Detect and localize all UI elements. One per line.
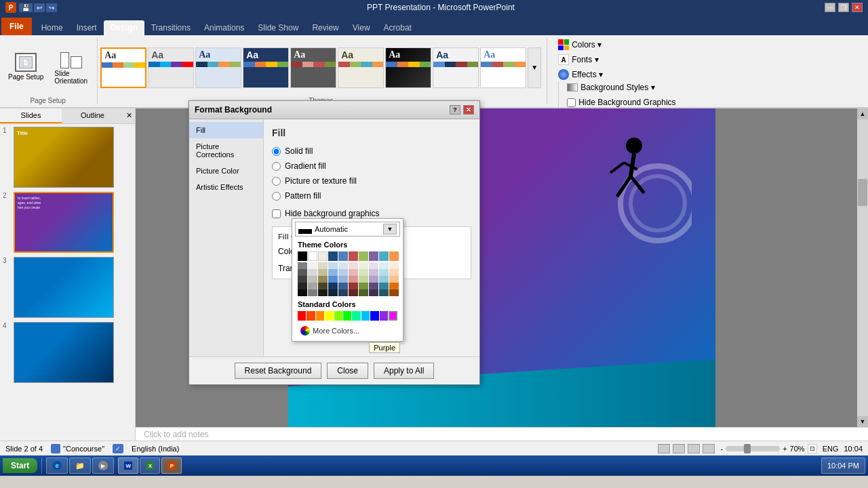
shade-teal5[interactable]	[379, 289, 389, 296]
theme-thumb-8[interactable]: Aa	[433, 47, 479, 88]
color-navy[interactable]	[328, 251, 338, 261]
close-btn[interactable]: ✕	[852, 3, 863, 12]
shade-gray2[interactable]	[298, 269, 307, 276]
taskbar-ie[interactable]: e	[46, 458, 68, 474]
zoom-out-btn[interactable]: -	[720, 445, 723, 453]
shade-blue6[interactable]	[338, 276, 348, 283]
theme-thumb-5[interactable]: Aa	[290, 47, 336, 88]
shade-purple3[interactable]	[369, 269, 378, 276]
color-black[interactable]	[298, 251, 307, 261]
theme-thumb-3[interactable]: Aa	[195, 47, 241, 88]
shade-red4[interactable]	[349, 283, 358, 289]
shade-gray1[interactable]	[298, 262, 307, 269]
color-white[interactable]	[308, 251, 317, 261]
shade-red1[interactable]	[349, 262, 358, 269]
shade-blue4[interactable]	[338, 269, 348, 276]
slide-item-1[interactable]: 1 Title	[3, 127, 132, 188]
page-setup-button[interactable]: 📄 Page Setup	[4, 50, 47, 83]
vertical-scrollbar[interactable]: ▲ ▼	[857, 108, 868, 427]
shade-teal2[interactable]	[379, 269, 389, 276]
color-teal[interactable]	[379, 251, 389, 261]
sidebar-fill[interactable]: Fill	[189, 122, 263, 138]
shade-orange5[interactable]	[389, 289, 399, 296]
themes-more-btn[interactable]: ▼	[528, 47, 541, 88]
solid-fill-radio[interactable]	[272, 147, 281, 156]
hide-background-checkbox[interactable]	[567, 98, 576, 107]
hide-background-graphics-button[interactable]: Hide Background Graphics	[564, 96, 678, 108]
shade-green3[interactable]	[359, 276, 368, 283]
std-orange-red[interactable]	[307, 311, 315, 321]
save-btn[interactable]: 💾	[19, 3, 33, 12]
std-magenta[interactable]	[389, 311, 397, 321]
quick-access[interactable]: 💾 ↩ ↪	[19, 3, 57, 12]
restore-btn[interactable]: ❐	[838, 3, 849, 12]
background-styles-button[interactable]: Background Styles ▾	[564, 81, 678, 94]
minimize-btn[interactable]: —	[825, 3, 835, 12]
zoom-slider[interactable]	[726, 446, 780, 451]
shade-gray5[interactable]	[308, 289, 317, 296]
slide-orientation-button[interactable]: SlideOrientation	[50, 47, 92, 87]
theme-thumb-7[interactable]: Aa	[385, 47, 431, 88]
tab-review[interactable]: Review	[305, 20, 345, 35]
shade-white3[interactable]	[308, 276, 317, 283]
zoom-thumb[interactable]	[744, 444, 751, 453]
theme-thumb-9[interactable]: Aa	[480, 47, 526, 88]
shade-cream5[interactable]	[318, 289, 328, 296]
outline-tab[interactable]: Outline	[62, 108, 123, 123]
taskbar-explorer[interactable]: 📁	[69, 458, 91, 474]
color-cream[interactable]	[318, 251, 328, 261]
reset-background-btn[interactable]: Reset Background	[235, 363, 322, 379]
std-spring-green[interactable]	[352, 311, 360, 321]
scroll-up-btn[interactable]: ▲	[857, 108, 868, 119]
sidebar-picture-color[interactable]: Picture Color	[189, 163, 263, 179]
shade-cream4[interactable]	[318, 283, 328, 289]
shade-white4[interactable]	[308, 283, 317, 289]
notes-area[interactable]: Click to add notes	[136, 427, 868, 441]
pattern-fill-radio[interactable]	[272, 192, 281, 201]
pattern-fill-option[interactable]: Pattern fill	[272, 191, 471, 201]
slide-thumb-3[interactable]	[14, 257, 114, 318]
std-orange[interactable]	[316, 311, 324, 321]
shade-cream3[interactable]	[318, 276, 328, 283]
shade-blue7[interactable]	[328, 283, 338, 289]
shade-white2[interactable]	[308, 269, 317, 276]
effects-button[interactable]: Effects ▾	[555, 68, 678, 81]
tab-insert[interactable]: Insert	[70, 20, 104, 35]
std-blue-violet[interactable]	[380, 311, 388, 321]
std-chartreuse[interactable]	[334, 311, 342, 321]
shade-orange3[interactable]	[389, 276, 399, 283]
dialog-close-btn[interactable]: ✕	[463, 105, 474, 115]
sidebar-artistic-effects[interactable]: Artistic Effects	[189, 179, 263, 195]
shade-blue1[interactable]	[328, 262, 338, 269]
tab-transitions[interactable]: Transitions	[144, 20, 197, 35]
scroll-down-btn[interactable]: ▼	[857, 416, 868, 427]
tab-acrobat[interactable]: Acrobat	[377, 20, 418, 35]
slide-thumb-2[interactable]: to insert tables, ages, and other hen yo…	[14, 192, 114, 253]
solid-fill-option[interactable]: Solid fill	[272, 146, 471, 156]
shade-red5[interactable]	[349, 289, 358, 296]
slide-item-3[interactable]: 3	[3, 257, 132, 318]
fit-slide-btn[interactable]: ⊡	[808, 444, 817, 453]
color-blue[interactable]	[338, 251, 348, 261]
colors-button[interactable]: Colors ▾	[555, 38, 678, 52]
scroll-thumb[interactable]	[858, 179, 867, 206]
color-orange[interactable]	[389, 251, 399, 261]
shade-purple4[interactable]	[369, 276, 378, 283]
shade-blue2[interactable]	[338, 262, 348, 269]
std-blue[interactable]	[370, 311, 378, 321]
std-yellow[interactable]	[325, 311, 333, 321]
theme-thumb-1[interactable]: Aa	[100, 47, 146, 88]
picture-fill-option[interactable]: Picture or texture fill	[272, 176, 471, 186]
shade-green2[interactable]	[359, 269, 368, 276]
slide-thumb-4[interactable]	[14, 322, 114, 383]
shade-green1[interactable]	[359, 262, 368, 269]
hide-background-option[interactable]: Hide background graphics	[272, 209, 471, 218]
hide-background-chk[interactable]	[272, 209, 281, 218]
std-deep-sky-blue[interactable]	[361, 311, 370, 321]
shade-blue8[interactable]	[338, 283, 348, 289]
tab-design[interactable]: Design	[104, 20, 144, 35]
taskbar-excel[interactable]: X	[140, 458, 160, 474]
taskbar-clock[interactable]: 10:04 PM	[821, 458, 865, 474]
shade-purple2[interactable]	[369, 262, 378, 269]
slides-tab[interactable]: Slides	[0, 108, 62, 123]
